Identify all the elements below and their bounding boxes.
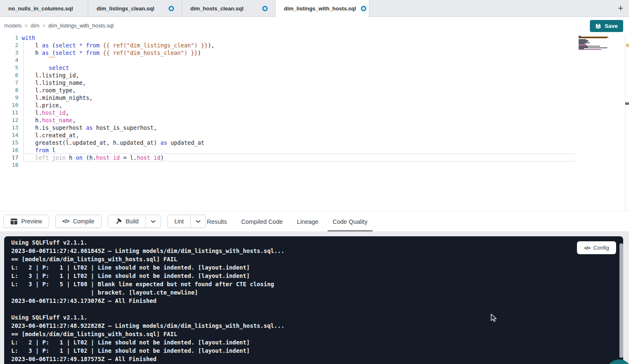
gutter-line-number: 14 xyxy=(0,131,18,139)
tab-code-quality[interactable]: Code Quality xyxy=(328,211,373,232)
editor-scrollbar-thumb[interactable] xyxy=(625,102,629,105)
tab-label: dim_listings_clean.sql xyxy=(97,5,154,12)
code-line[interactable]: 6 l.listing_id, xyxy=(0,72,629,79)
code-text xyxy=(18,57,22,64)
lint-dropdown-button[interactable] xyxy=(190,215,206,228)
gutter-line-number: 17 xyxy=(0,154,18,161)
build-button[interactable]: Build xyxy=(108,215,145,228)
code-text: h.is_superhost as host_is_superhost, xyxy=(18,124,157,131)
tab-no-nulls-in-columns[interactable]: no_nulls_in_columns.sql xyxy=(0,0,88,17)
action-buttons: Preview </> Compile Build xyxy=(3,215,206,228)
code-text: h.host_name, xyxy=(18,116,76,124)
code-lines: 1with2 l as (select * from {{ ref("dim_l… xyxy=(0,34,629,169)
gutter-line-number: 11 xyxy=(0,109,18,116)
code-line[interactable]: 1with xyxy=(0,34,629,42)
gutter-line-number: 3 xyxy=(0,49,18,57)
code-text: l.price, xyxy=(18,102,62,109)
chevron-down-icon xyxy=(196,220,201,223)
tab-results[interactable]: Results xyxy=(207,211,227,232)
build-dropdown-button[interactable] xyxy=(145,215,161,228)
code-text xyxy=(18,161,22,169)
code-text: l.minimum_nights, xyxy=(18,94,93,102)
code-line[interactable]: 11 l.host_id, xyxy=(0,109,629,116)
minimap-line xyxy=(579,50,609,51)
breadcrumb-item-file: dim_listings_with_hosts.sql xyxy=(48,22,114,29)
modified-dot-icon xyxy=(262,6,268,11)
hammer-icon xyxy=(115,218,122,225)
code-editor[interactable]: 1with2 l as (select * from {{ ref("dim_l… xyxy=(0,34,629,211)
table-icon xyxy=(10,218,17,225)
code-text: h as (select * from {{ ref("dim_hosts_cl… xyxy=(18,49,201,57)
code-text: l.created_at, xyxy=(18,131,79,139)
build-split-button: Build xyxy=(108,215,161,228)
code-text: l.host_id, xyxy=(18,109,69,116)
new-tab-button[interactable]: + xyxy=(615,2,627,14)
gutter-line-number: 2 xyxy=(0,42,18,49)
chevron-down-icon xyxy=(151,220,156,223)
breadcrumb-row: models > dim > dim_listings_with_hosts.s… xyxy=(0,17,629,34)
code-line[interactable]: 13 h.is_superhost as host_is_superhost, xyxy=(0,124,629,131)
gutter-line-number: 7 xyxy=(0,79,18,87)
code-line[interactable]: 12 h.host_name, xyxy=(0,116,629,124)
tab-compiled-code[interactable]: Compiled Code xyxy=(241,211,283,232)
lint-split-button: Lint xyxy=(167,215,206,228)
breadcrumb: models > dim > dim_listings_with_hosts.s… xyxy=(4,17,114,34)
gutter-line-number: 10 xyxy=(0,102,18,109)
tab-bar: no_nulls_in_columns.sql dim_listings_cle… xyxy=(0,0,629,17)
code-text: from l xyxy=(18,146,55,154)
compile-button[interactable]: </> Compile xyxy=(55,215,102,228)
tab-dim-hosts-clean[interactable]: dim_hosts_clean.sql xyxy=(182,0,276,17)
config-label: Config xyxy=(593,245,609,251)
tab-dim-listings-with-hosts[interactable]: dim_listings_with_hosts.sql xyxy=(276,0,369,17)
preview-label: Preview xyxy=(21,218,42,225)
code-line[interactable]: 3 h as (select * from {{ ref("dim_hosts_… xyxy=(0,49,629,57)
code-text: greatest(l.updated_at, h.updated_at) as … xyxy=(18,139,204,146)
terminal-output: Using SQLFluff v2.1.1. 2023-06-06T11:27:… xyxy=(11,238,284,363)
tab-lineage[interactable]: Lineage xyxy=(297,211,318,232)
minimap[interactable] xyxy=(579,36,609,51)
bottom-region: Using SQLFluff v2.1.1. 2023-06-06T11:27:… xyxy=(0,231,629,364)
terminal-panel: Using SQLFluff v2.1.1. 2023-06-06T11:27:… xyxy=(4,236,623,364)
preview-button[interactable]: Preview xyxy=(3,215,49,228)
tab-label: dim_listings_with_hosts.sql xyxy=(284,5,356,12)
lint-label: Lint xyxy=(174,218,184,225)
gutter-line-number: 1 xyxy=(0,34,18,42)
code-line[interactable]: 7 l.listing_name, xyxy=(0,79,629,87)
code-text: left join h on (h.host_id = l.host_id) xyxy=(18,154,164,161)
breadcrumb-separator: > xyxy=(42,22,45,29)
save-button-label: Save xyxy=(604,23,618,29)
modified-dot-icon xyxy=(361,6,366,11)
gutter-line-number: 18 xyxy=(0,161,18,169)
code-text: select xyxy=(18,64,69,72)
code-line[interactable]: 10 l.price, xyxy=(0,102,629,109)
modified-dot-icon xyxy=(169,6,174,11)
code-line[interactable]: 18 xyxy=(0,161,629,169)
lint-button[interactable]: Lint xyxy=(168,215,191,228)
editor-scrollbar-track[interactable] xyxy=(625,34,629,231)
code-line[interactable]: 2 l as (select * from {{ ref("dim_listin… xyxy=(0,42,629,49)
gutter-line-number: 4 xyxy=(0,57,18,64)
save-button[interactable]: Save xyxy=(590,20,623,32)
gutter-line-number: 13 xyxy=(0,124,18,131)
code-text: l.listing_name, xyxy=(18,79,86,87)
code-line[interactable]: 5 select xyxy=(0,64,629,72)
config-button[interactable]: </> Config xyxy=(577,241,616,254)
code-text: l.room_type, xyxy=(18,87,76,94)
gutter-line-number: 12 xyxy=(0,116,18,124)
breadcrumb-item-models[interactable]: models xyxy=(4,22,22,29)
indent-guide xyxy=(23,42,24,161)
code-line[interactable]: 4 xyxy=(0,57,629,64)
code-icon: </> xyxy=(584,245,590,250)
gutter-line-number: 16 xyxy=(0,146,18,154)
terminal-scrollbar-thumb[interactable] xyxy=(619,243,623,358)
code-line[interactable]: 17 left join h on (h.host_id = l.host_id… xyxy=(0,154,629,161)
code-line[interactable]: 16 from l xyxy=(0,146,629,154)
code-line[interactable]: 14 l.created_at, xyxy=(0,131,629,139)
code-text: l as (select * from {{ ref("dim_listings… xyxy=(18,42,214,49)
code-line[interactable]: 15 greatest(l.updated_at, h.updated_at) … xyxy=(0,139,629,146)
breadcrumb-item-dim[interactable]: dim xyxy=(31,22,40,29)
code-line[interactable]: 9 l.minimum_nights, xyxy=(0,94,629,102)
gutter-line-number: 8 xyxy=(0,87,18,94)
tab-dim-listings-clean[interactable]: dim_listings_clean.sql xyxy=(88,0,182,17)
code-line[interactable]: 8 l.room_type, xyxy=(0,87,629,94)
